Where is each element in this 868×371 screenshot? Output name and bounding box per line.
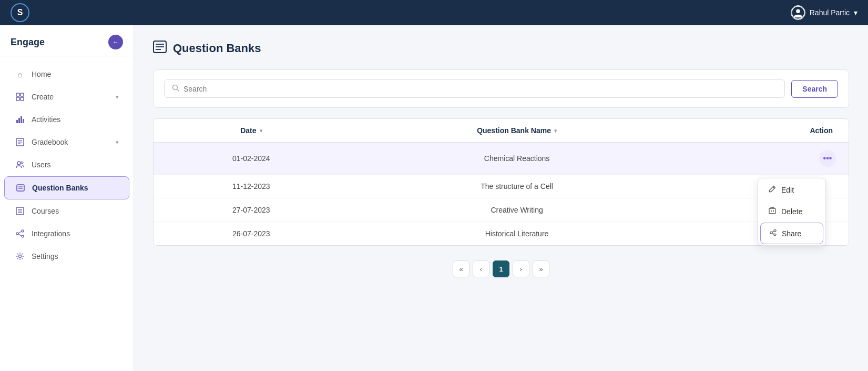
table-row: 27-07-2023 Creative Writing (154, 198, 849, 222)
sidebar-item-label: Create (32, 93, 54, 101)
sidebar-item-label: Courses (32, 207, 59, 215)
create-icon (15, 92, 25, 102)
svg-rect-10 (21, 116, 22, 123)
avatar (791, 5, 805, 20)
page-title: Question Banks (173, 42, 261, 55)
svg-point-41 (770, 232, 772, 234)
cell-name: The structure of a Cell (349, 175, 685, 198)
svg-point-17 (21, 162, 23, 164)
action-cell: ••• (685, 143, 849, 175)
sidebar-item-label: Users (32, 161, 51, 169)
sidebar-item-home[interactable]: ⌂ Home (4, 63, 129, 85)
svg-line-44 (772, 231, 774, 232)
cell-date: 26-07-2023 (154, 222, 349, 246)
svg-rect-8 (16, 120, 18, 123)
edit-icon (769, 185, 776, 194)
name-sort[interactable]: Question Bank Name ▾ (477, 126, 557, 135)
svg-rect-6 (16, 97, 19, 101)
sidebar-item-label: Settings (32, 252, 58, 260)
svg-rect-18 (17, 185, 24, 191)
sidebar-collapse-button[interactable]: ← (108, 35, 123, 49)
dropdown-item-edit[interactable]: Edit (760, 179, 823, 200)
settings-icon (15, 251, 25, 262)
sidebar-item-users[interactable]: Users (4, 154, 129, 176)
svg-point-42 (774, 229, 776, 232)
svg-point-25 (16, 233, 18, 235)
action-dropdown-menu: Edit Delete Share (758, 178, 826, 246)
users-icon (15, 159, 25, 170)
dropdown-item-share[interactable]: Share (760, 223, 823, 244)
gradebook-icon (15, 137, 25, 147)
cell-name: Creative Writing (349, 198, 685, 222)
svg-point-16 (17, 162, 21, 165)
app-logo[interactable]: S (11, 3, 29, 22)
next-page-button[interactable]: › (513, 260, 529, 277)
share-label: Share (782, 229, 801, 238)
prev-page-button[interactable]: ‹ (473, 260, 489, 277)
svg-rect-5 (21, 93, 24, 96)
date-sort[interactable]: Date ▾ (240, 126, 262, 135)
user-name: Rahul Partic (810, 8, 850, 17)
svg-rect-38 (769, 208, 775, 214)
search-button[interactable]: Search (791, 80, 838, 98)
table-row: 11-12-2023 The structure of a Cell (154, 175, 849, 198)
svg-line-45 (772, 233, 774, 234)
search-input[interactable] (183, 85, 777, 93)
svg-rect-9 (18, 118, 20, 123)
cell-name: Historical Literature (349, 222, 685, 246)
action-dots-button[interactable]: ••• (819, 150, 836, 167)
col-name: Question Bank Name ▾ (349, 119, 685, 143)
table-row: 26-07-2023 Historical Literature (154, 222, 849, 246)
svg-rect-11 (23, 119, 24, 123)
sidebar-item-label: Activities (32, 115, 60, 124)
user-menu[interactable]: Rahul Partic ▾ (791, 5, 857, 20)
svg-rect-4 (16, 93, 19, 96)
search-container: Search (153, 69, 849, 108)
sidebar-item-create[interactable]: Create ▾ (4, 86, 129, 108)
sidebar-item-question-banks[interactable]: Question Banks (4, 176, 129, 199)
cell-name: Chemical Reactions (349, 143, 685, 175)
cell-date: 27-07-2023 (154, 198, 349, 222)
search-icon (172, 84, 179, 93)
sidebar-item-label: Question Banks (32, 184, 88, 192)
question-banks-icon (15, 183, 26, 193)
svg-point-27 (22, 235, 24, 237)
svg-point-3 (796, 9, 800, 13)
sidebar-item-integrations[interactable]: Integrations (4, 223, 129, 245)
integrations-icon (15, 228, 25, 239)
svg-line-36 (177, 89, 179, 92)
last-page-button[interactable]: » (533, 260, 549, 277)
search-input-wrapper (164, 79, 785, 98)
page-header: Question Banks (153, 40, 849, 57)
svg-text:S: S (17, 8, 23, 17)
sidebar-item-label: Gradebook (32, 138, 68, 146)
cell-date: 01-02-2024 (154, 143, 349, 175)
sidebar-header: Engage ← (0, 25, 134, 56)
delete-label: Delete (781, 207, 802, 216)
edit-label: Edit (781, 186, 794, 194)
current-page-button[interactable]: 1 (493, 260, 509, 277)
svg-rect-7 (21, 97, 24, 101)
cell-date: 11-12-2023 (154, 175, 349, 198)
delete-icon (769, 207, 776, 216)
sidebar-title: Engage (11, 37, 45, 48)
table-wrapper: Date ▾ Question Bank Name ▾ Action (153, 118, 849, 246)
page-header-icon (153, 40, 167, 57)
dropdown-item-delete[interactable]: Delete (760, 201, 823, 222)
svg-point-26 (22, 230, 24, 232)
sidebar-item-settings[interactable]: Settings (4, 245, 129, 267)
svg-point-43 (774, 234, 776, 236)
svg-line-29 (18, 234, 22, 236)
sidebar-item-activities[interactable]: Activities (4, 108, 129, 131)
chevron-down-icon: ▾ (116, 139, 119, 146)
main-content: Question Banks Search Date (134, 25, 868, 371)
chevron-down-icon: ▾ (116, 94, 119, 101)
sort-icon: ▾ (554, 128, 557, 134)
courses-icon (15, 206, 25, 216)
sidebar-item-gradebook[interactable]: Gradebook ▾ (4, 131, 129, 153)
sidebar-item-courses[interactable]: Courses (4, 200, 129, 222)
home-icon: ⌂ (15, 69, 25, 79)
first-page-button[interactable]: « (453, 260, 469, 277)
top-nav: S Rahul Partic ▾ (0, 0, 868, 25)
svg-point-30 (19, 255, 22, 258)
